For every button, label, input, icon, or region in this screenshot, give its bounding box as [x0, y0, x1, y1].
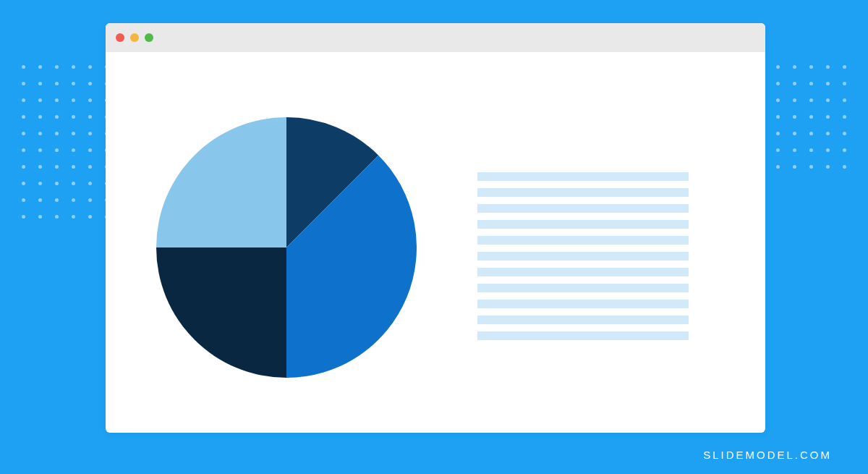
text-placeholder-line [477, 172, 689, 181]
window-titlebar [106, 23, 765, 52]
window-content [106, 52, 765, 433]
text-placeholder-line [477, 236, 689, 245]
pie-slice [156, 117, 286, 247]
browser-window [106, 23, 765, 433]
close-icon[interactable] [116, 33, 124, 42]
text-placeholder-line [477, 252, 689, 261]
text-placeholder-line [477, 188, 689, 197]
text-placeholder-line [477, 284, 689, 292]
text-placeholder-line [477, 316, 689, 324]
text-placeholder-line [477, 204, 689, 213]
text-placeholder-line [477, 300, 689, 308]
text-placeholder-line [477, 220, 689, 229]
pie-chart [156, 117, 417, 378]
text-placeholder-block [477, 172, 689, 340]
minimize-icon[interactable] [130, 33, 139, 42]
maximize-icon[interactable] [145, 33, 153, 42]
text-placeholder-line [477, 268, 689, 276]
text-placeholder-line [477, 331, 689, 340]
watermark-label: SLIDEMODEL.COM [703, 449, 832, 461]
pie-slice [156, 247, 286, 378]
